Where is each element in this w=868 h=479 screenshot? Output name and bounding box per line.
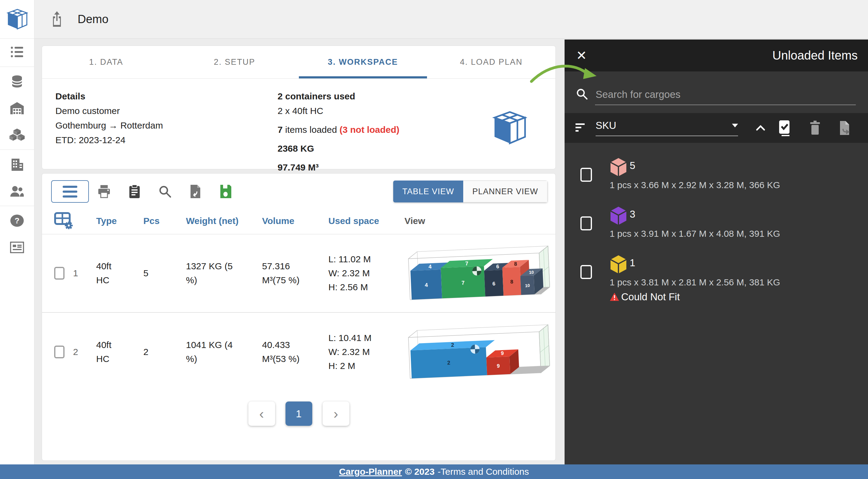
page-title: Demo [78, 13, 108, 26]
page-1-button[interactable]: 1 [285, 402, 312, 426]
col-type[interactable]: Type [96, 216, 143, 226]
svg-text:10: 10 [525, 283, 530, 288]
col-volume[interactable]: Volume [262, 216, 329, 226]
save-button[interactable] [211, 180, 241, 203]
details-heading: Details [55, 89, 278, 104]
cell-type: 40ft HC [96, 259, 125, 287]
sidebar-item-news[interactable] [0, 234, 34, 261]
step-tabs: 1. DATA 2. SETUP 3. WORKSPACE 4. LOAD PL… [42, 46, 555, 79]
sidebar-item-data[interactable] [0, 68, 34, 95]
panel-title: Unloaded Items [772, 48, 858, 62]
sort-field-value: SKU [596, 120, 616, 131]
search-input[interactable] [595, 86, 856, 105]
cargo-sku: 5 [630, 160, 635, 171]
next-page-button[interactable]: › [322, 402, 349, 426]
hint-arrow-to-unloaded-panel [529, 60, 599, 87]
column-settings-button[interactable] [54, 211, 96, 230]
sidebar-divider [0, 206, 34, 206]
cargo-description: 1 pcs x 3.81 M x 2.81 M x 2.56 M, 381 KG [610, 277, 780, 287]
cell-used-space: L: 10.41 M W: 2.32 M H: 2 M [329, 331, 404, 373]
containers-used: 2 containers used [278, 89, 399, 104]
svg-text:6: 6 [496, 264, 499, 269]
app-logo[interactable] [0, 0, 34, 39]
unloaded-items-panel: ✕ Unloaded Items SKU [564, 39, 868, 465]
gear-icon [65, 221, 73, 229]
row-checkbox[interactable] [54, 346, 64, 358]
file-export-icon [839, 121, 851, 136]
planner-view-button[interactable]: PLANNER VIEW [463, 180, 548, 202]
table-row: 1 40ft HC 5 1327 KG (5 %) 57.316 M³(75 %… [42, 234, 555, 313]
search-icon [576, 88, 588, 100]
view-toggle: TABLE VIEW PLANNER VIEW [393, 180, 548, 202]
select-all-button[interactable] [778, 120, 791, 136]
database-icon [10, 75, 24, 88]
sidebar-item-loadlists[interactable] [0, 39, 34, 65]
chevron-down-icon [732, 124, 738, 127]
delete-button[interactable] [809, 121, 821, 135]
cargo-list-item[interactable]: 3 1 pcs x 3.91 M x 1.67 M x 4.08 M, 391 … [564, 198, 868, 247]
search-icon [158, 184, 172, 199]
col-pcs[interactable]: Pcs [143, 216, 186, 226]
sidebar-item-warehouse[interactable] [0, 95, 34, 122]
search-table-button[interactable] [150, 180, 180, 203]
sort-ascending-icon[interactable] [756, 125, 766, 131]
cargo-list-item[interactable]: 5 1 pcs x 3.66 M x 2.92 M x 3.28 M, 366 … [564, 149, 868, 198]
print-button[interactable] [89, 180, 119, 203]
workspace-card: 1. DATA 2. SETUP 3. WORKSPACE 4. LOAD PL… [42, 45, 556, 169]
export-items-button[interactable] [839, 121, 851, 136]
help-icon: ? [10, 214, 24, 227]
cargo-box-icon [610, 158, 627, 177]
prev-page-button[interactable]: ‹ [248, 402, 275, 426]
sidebar-item-help[interactable]: ? [0, 207, 34, 234]
details-section: Details Demo customer Gothemburg → Rotte… [42, 79, 555, 175]
svg-text:7: 7 [465, 261, 468, 267]
news-icon [10, 242, 24, 253]
container-set-thumbnail[interactable] [490, 109, 530, 147]
sidebar-item-cargoes[interactable] [0, 122, 34, 148]
col-view: View [404, 216, 555, 226]
cargo-checkbox[interactable] [580, 216, 592, 230]
cargo-planner-logo-icon [5, 8, 30, 31]
customer-name: Demo customer [55, 104, 278, 118]
svg-text:2: 2 [451, 342, 455, 348]
cargo-checkbox[interactable] [580, 168, 592, 182]
col-weight[interactable]: Weight (net) [186, 216, 262, 226]
footer-terms-link[interactable]: -Terms and Conditions [438, 467, 529, 477]
row-options-button[interactable] [51, 180, 89, 203]
row-index: 2 [73, 347, 96, 357]
table-header: Type Pcs Weight (net) Volume Used space … [42, 208, 555, 234]
footer-copyright: © 2023 [405, 467, 435, 477]
cell-volume: 40.433 M³(53 %) [262, 338, 308, 366]
svg-text:2: 2 [447, 360, 451, 366]
row-checkbox[interactable] [54, 267, 64, 280]
sidebar-item-company[interactable] [0, 151, 34, 178]
table-view-button[interactable]: TABLE VIEW [393, 180, 463, 202]
cargo-checkbox[interactable] [580, 265, 592, 279]
tab-setup[interactable]: 2. SETUP [170, 46, 299, 78]
footer-brand-link[interactable]: Cargo-Planner [339, 467, 402, 477]
svg-text:6: 6 [492, 281, 495, 286]
cargo-list-item[interactable]: 1 1 pcs x 3.81 M x 2.81 M x 2.56 M, 381 … [564, 247, 868, 311]
clipboard-icon [128, 184, 141, 199]
col-used-space[interactable]: Used space [329, 216, 404, 226]
row-index: 1 [73, 268, 96, 278]
sidebar-item-users[interactable] [0, 178, 34, 205]
container-3d-view[interactable]: 4 4 7 7 6 6 8 8 [404, 240, 557, 306]
svg-text:7: 7 [461, 280, 465, 286]
svg-text:9: 9 [497, 363, 500, 369]
cell-used-space: L: 11.02 M W: 2.32 M H: 2.56 M [329, 252, 404, 294]
share-button[interactable] [49, 11, 65, 28]
tab-workspace[interactable]: 3. WORKSPACE [299, 46, 427, 78]
tab-data[interactable]: 1. DATA [42, 46, 170, 78]
building-icon [10, 158, 24, 171]
sort-icon[interactable] [576, 123, 588, 133]
menu-list-icon [10, 45, 24, 59]
copy-to-clipboard-button[interactable] [119, 180, 150, 203]
sort-field-select[interactable]: SKU [596, 120, 738, 136]
route: Gothemburg → Rotterdam [55, 118, 278, 133]
container-3d-view[interactable]: 2 2 9 9 [404, 319, 557, 385]
footer: Cargo-Planner © 2023 -Terms and Conditio… [0, 465, 868, 479]
export-file-button[interactable] [180, 180, 211, 203]
hamburger-icon [63, 186, 77, 188]
top-bar: Demo [34, 0, 868, 39]
